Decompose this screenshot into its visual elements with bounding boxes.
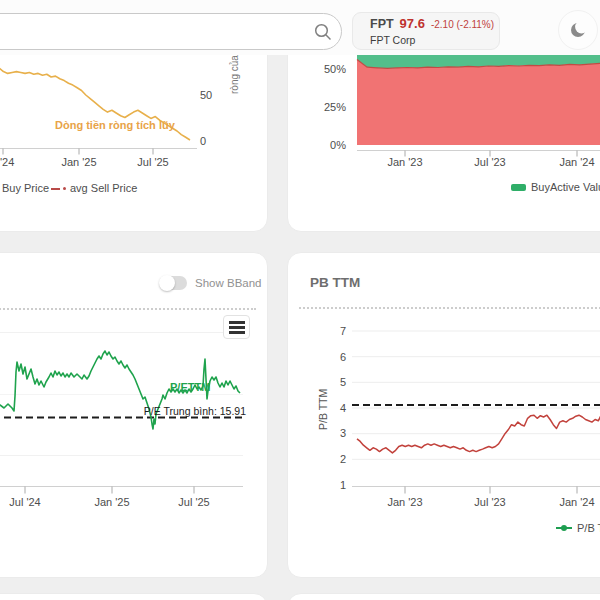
legend-sell-dash-icon [51, 188, 60, 190]
menu-bar-icon [229, 321, 245, 324]
buysell-y-tick: 50% [316, 63, 346, 76]
pb-x-tick: Jul '23 [465, 496, 515, 509]
legend-pb-ttm[interactable]: P/B TTM [577, 522, 600, 535]
pb-y-tick: 7 [326, 325, 346, 338]
pb-panel-title: PB TTM [310, 276, 360, 289]
moon-icon [559, 11, 597, 49]
stock-dashboard: { "header": { "search": { "value": "", "… [0, 0, 600, 600]
buysell-x-tick: Jan '24 [552, 156, 600, 169]
legend-pb-marker-icon [556, 527, 572, 529]
pb-x-tick: Jan '23 [380, 496, 430, 509]
ticker-symbol: FPT [370, 17, 394, 31]
pb-y-tick: 4 [326, 402, 346, 415]
pb-y-tick: 1 [326, 479, 346, 492]
pe-x-tick: Jul '24 [0, 496, 50, 509]
top-bar: FPT 97.6 -2.10 (-2.11%) FPT Corp [0, 0, 600, 55]
legend-avg-sell-price[interactable]: avg Sell Price [70, 182, 137, 195]
money-x-tick: '24 [0, 156, 24, 169]
ticker-change: -2.10 (-2.11%) [431, 18, 494, 32]
dark-mode-button[interactable] [558, 10, 598, 50]
menu-bar-icon [229, 326, 245, 329]
legend-buyactive-value[interactable]: BuyActive Value [531, 181, 600, 194]
show-bband-toggle[interactable] [160, 276, 187, 290]
money-y-axis-title: ròng của [228, 55, 241, 94]
money-x-tick: Jan '25 [54, 156, 104, 169]
money-y-tick-0: 0 [200, 135, 206, 148]
pb-y-tick: 6 [326, 351, 346, 364]
buysell-x-tick: Jan '23 [380, 156, 430, 169]
search-box[interactable] [0, 13, 342, 50]
pb-panel-divider [299, 307, 600, 309]
show-bband-label: Show BBand [195, 277, 262, 290]
panel-next-row-right [287, 593, 600, 600]
panel-pb-ttm [287, 252, 600, 578]
ticker-name: FPT Corp [370, 34, 499, 47]
pe-x-tick: Jan '25 [87, 496, 137, 509]
buysell-y-tick: 0% [316, 139, 346, 152]
pb-y-tick: 3 [326, 427, 346, 440]
legend-sell-dot-icon [63, 187, 66, 190]
ticker-chip[interactable]: FPT 97.6 -2.10 (-2.11%) FPT Corp [352, 12, 500, 50]
buysell-y-tick: 25% [316, 101, 346, 114]
search-input[interactable] [7, 16, 281, 47]
ticker-price: 97.6 [400, 17, 425, 31]
panel-next-row-left [0, 593, 268, 600]
pe-series-label: P/ETTM [170, 381, 210, 394]
money-flow-line-label: Dòng tiền ròng tích lũy [55, 119, 175, 132]
pb-y-tick: 2 [326, 453, 346, 466]
search-icon[interactable] [313, 22, 333, 42]
pe-panel-divider [0, 308, 256, 310]
pb-x-tick: Jan '24 [552, 496, 600, 509]
menu-bar-icon [229, 331, 245, 334]
money-x-tick: Jul '25 [128, 156, 178, 169]
pe-x-tick: Jul '25 [169, 496, 219, 509]
toggle-knob [159, 275, 175, 291]
money-y-tick-50: 50 [200, 89, 212, 102]
legend-buy-price[interactable]: Buy Price [2, 182, 49, 195]
legend-buyactive-swatch-icon [511, 184, 526, 191]
pe-average-label: P/E Trung bình: 15.91 [140, 405, 246, 418]
chart-menu-button[interactable] [223, 315, 250, 339]
buysell-x-tick: Jul '23 [465, 156, 515, 169]
pb-y-tick: 5 [326, 376, 346, 389]
